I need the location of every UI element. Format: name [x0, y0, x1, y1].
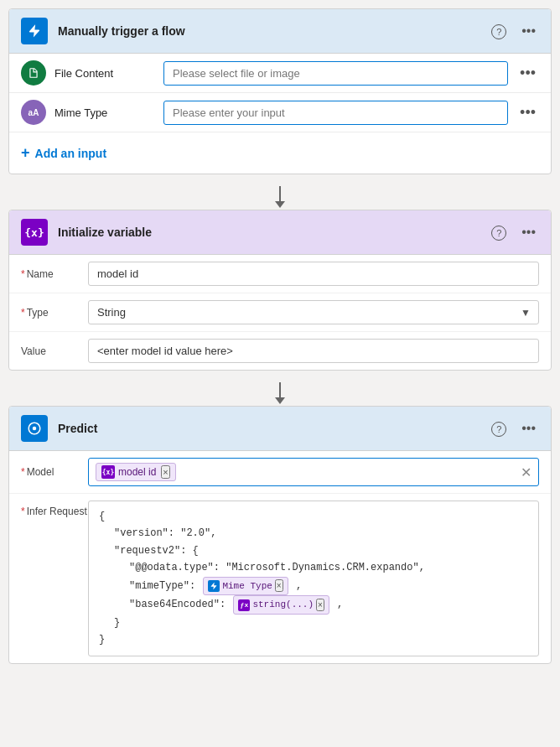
- name-required-star: *: [21, 268, 25, 280]
- infer-required-star: *: [21, 506, 25, 517]
- connector-1: [8, 179, 552, 210]
- json-line-1: "version": "2.0",: [99, 525, 528, 542]
- mime-type-row: aA Mime Type •••: [9, 93, 551, 132]
- infer-json-block: { "version": "2.0", "requestv2": { "@@od…: [88, 501, 539, 656]
- name-field-row: *Name: [9, 255, 551, 293]
- json-content[interactable]: { "version": "2.0", "requestv2": { "@@od…: [88, 501, 539, 656]
- type-required-star: *: [21, 307, 25, 319]
- json-line-5: "base64Encoded": ƒx string(...) × ,: [99, 595, 528, 615]
- arrow-down-2: [279, 382, 281, 399]
- json-line-0: {: [99, 508, 528, 525]
- mime-type-more-button[interactable]: •••: [516, 102, 539, 123]
- predict-card: Predict ? ••• *Model {x} model id × ✕ *I…: [8, 406, 552, 664]
- init-header-actions: ? •••: [488, 223, 539, 242]
- formula-chip-icon: ƒx: [238, 599, 250, 611]
- predict-header-actions: ? •••: [488, 419, 539, 438]
- name-field-label: *Name: [21, 268, 88, 280]
- predict-help-icon: ?: [491, 422, 506, 437]
- init-help-button[interactable]: ?: [488, 223, 510, 242]
- model-chip-label: model id: [118, 466, 156, 478]
- help-icon: ?: [491, 24, 506, 39]
- name-field-input[interactable]: [88, 262, 539, 286]
- model-chip-close-button[interactable]: ×: [161, 465, 169, 479]
- json-line-7: }: [99, 631, 528, 648]
- init-more-icon: •••: [521, 225, 536, 239]
- file-content-input[interactable]: [163, 61, 508, 86]
- string-chip: ƒx string(...) ×: [233, 595, 329, 615]
- model-field-row: *Model {x} model id × ✕: [9, 451, 551, 494]
- trigger-more-button[interactable]: •••: [518, 22, 539, 40]
- type-field-row: *Type String Integer Boolean Float Array…: [9, 293, 551, 332]
- json-line-6: }: [99, 615, 528, 631]
- model-field-label: *Model: [21, 466, 88, 478]
- add-input-button[interactable]: + Add an input: [21, 144, 106, 162]
- init-card-header: {x} Initialize variable ? •••: [9, 210, 551, 255]
- init-more-button[interactable]: •••: [518, 223, 539, 241]
- file-content-icon: [21, 60, 46, 86]
- init-icon: {x}: [21, 219, 48, 246]
- predict-icon: [21, 415, 48, 442]
- model-field-wrap[interactable]: {x} model id × ✕: [88, 458, 539, 486]
- init-help-icon: ?: [491, 226, 506, 241]
- infer-field-row: *Infer Request { "version": "2.0", "requ…: [9, 494, 551, 663]
- more-icon: •••: [521, 23, 536, 38]
- connector-2: [8, 376, 552, 406]
- predict-help-button[interactable]: ?: [488, 419, 510, 438]
- mime-type-input[interactable]: [163, 101, 508, 125]
- init-card-title: Initialize variable: [58, 226, 488, 239]
- arrow-down-1: [279, 186, 281, 203]
- value-field-row: Value: [9, 332, 551, 370]
- trigger-help-button[interactable]: ?: [488, 22, 510, 41]
- formula-chip-label: string(...): [252, 597, 314, 613]
- predict-card-title: Predict: [58, 422, 488, 435]
- formula-chip-close[interactable]: ×: [316, 599, 324, 611]
- init-variable-card: {x} Initialize variable ? ••• *Name *Typ…: [8, 210, 552, 371]
- model-clear-button[interactable]: ✕: [521, 464, 531, 480]
- trigger-card: Manually trigger a flow ? ••• File Conte…: [8, 8, 552, 174]
- trigger-header-actions: ? •••: [488, 22, 539, 41]
- file-content-more-button[interactable]: •••: [516, 63, 539, 84]
- predict-card-header: Predict ? •••: [9, 407, 551, 451]
- mime-type-chip-label: Mime Type: [222, 578, 272, 594]
- file-content-row: File Content •••: [9, 54, 551, 93]
- json-line-3: "@@odata.type": "Microsoft.Dynamics.CRM.…: [99, 559, 528, 576]
- model-id-chip: {x} model id ×: [96, 463, 176, 481]
- mime-type-chip-icon: [208, 580, 220, 592]
- mime-type-chip-close[interactable]: ×: [275, 579, 283, 592]
- model-chip-icon: {x}: [101, 465, 115, 479]
- json-line-2: "requestv2": {: [99, 542, 528, 559]
- model-required-star: *: [21, 466, 25, 478]
- predict-more-icon: •••: [521, 421, 536, 435]
- add-input-row: + Add an input: [9, 132, 551, 174]
- type-select[interactable]: String Integer Boolean Float Array Objec…: [88, 300, 539, 324]
- mime-type-label: Mime Type: [54, 106, 163, 119]
- type-field-label: *Type: [21, 307, 88, 319]
- add-input-label: Add an input: [35, 147, 107, 160]
- predict-more-button[interactable]: •••: [518, 419, 539, 438]
- type-select-wrap: String Integer Boolean Float Array Objec…: [88, 300, 539, 324]
- json-line-4: "mimeType": Mime Type × ,: [99, 577, 528, 596]
- mime-type-icon: aA: [21, 100, 46, 125]
- trigger-card-title: Manually trigger a flow: [58, 24, 488, 38]
- value-field-input[interactable]: [88, 339, 539, 363]
- mime-type-chip: Mime Type ×: [203, 577, 288, 596]
- file-content-label: File Content: [54, 67, 163, 80]
- value-field-label: Value: [21, 345, 88, 357]
- infer-field-label: *Infer Request: [21, 501, 88, 517]
- svg-point-0: [33, 427, 37, 431]
- trigger-card-header: Manually trigger a flow ? •••: [9, 9, 551, 54]
- add-input-plus-icon: +: [21, 144, 30, 162]
- trigger-icon: [21, 18, 48, 44]
